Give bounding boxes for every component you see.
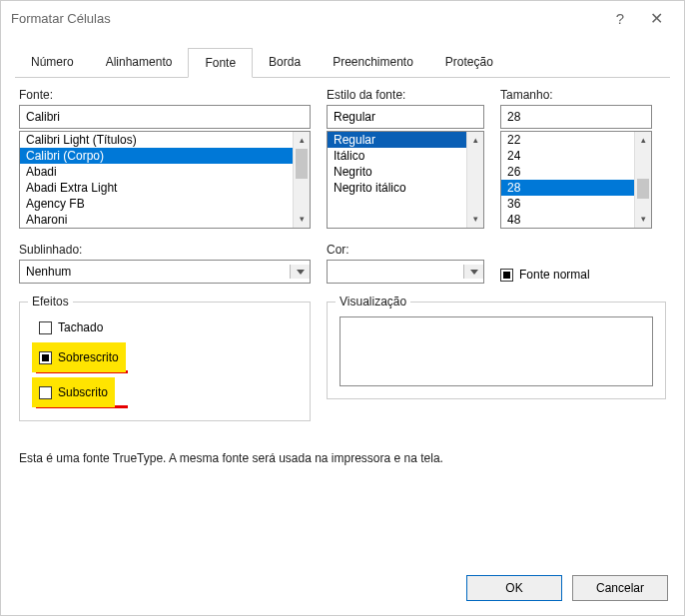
scroll-down-icon[interactable]: ▾ — [467, 211, 483, 228]
list-item[interactable]: Calibri Light (Títulos) — [20, 132, 310, 148]
list-item[interactable]: 26 — [501, 164, 651, 180]
style-label: Estilo da fonte: — [327, 88, 484, 102]
scroll-down-icon[interactable]: ▾ — [294, 211, 310, 228]
scroll-up-icon[interactable]: ▴ — [635, 132, 651, 149]
superscript-label: Sobrescrito — [58, 350, 119, 364]
list-item[interactable]: Calibri (Corpo) — [20, 148, 310, 164]
chevron-down-icon[interactable] — [290, 265, 310, 279]
preview-group: Visualização — [327, 302, 666, 399]
list-item[interactable]: 22 — [501, 132, 651, 148]
underline-label: Sublinhado: — [19, 243, 311, 257]
list-item[interactable]: 36 — [501, 196, 651, 212]
superscript-checkbox[interactable]: Sobrescrito — [36, 348, 122, 366]
list-item[interactable]: Regular — [328, 132, 483, 148]
list-item[interactable]: Aharoni — [20, 212, 310, 228]
scrollbar[interactable]: ▴ ▾ — [293, 132, 310, 228]
normal-font-checkbox[interactable]: Fonte normal — [500, 268, 590, 282]
scroll-thumb[interactable] — [296, 149, 308, 179]
font-listbox[interactable]: Calibri Light (Títulos) Calibri (Corpo) … — [19, 131, 311, 229]
window-title: Formatar Células — [11, 11, 602, 26]
underline-combo[interactable]: Nenhum — [19, 260, 311, 284]
tab-border[interactable]: Borda — [253, 48, 317, 78]
close-icon[interactable]: ✕ — [638, 9, 674, 28]
ok-button[interactable]: OK — [466, 575, 562, 601]
style-input[interactable] — [327, 105, 484, 129]
preview-legend: Visualização — [336, 295, 410, 308]
normal-font-label: Fonte normal — [519, 268, 590, 282]
scroll-up-icon[interactable]: ▴ — [467, 132, 483, 149]
list-item[interactable]: 48 — [501, 212, 651, 228]
scroll-down-icon[interactable]: ▾ — [635, 211, 651, 228]
tab-fill[interactable]: Preenchimento — [317, 48, 429, 78]
font-label: Fonte: — [19, 88, 311, 102]
dialog-buttons: OK Cancelar — [466, 575, 668, 601]
font-panel: Fonte: Calibri Light (Títulos) Calibri (… — [1, 78, 684, 421]
style-listbox[interactable]: Regular Itálico Negrito Negrito itálico … — [327, 131, 484, 229]
format-cells-dialog: Formatar Células ? ✕ Número Alinhamento … — [0, 0, 685, 616]
tab-number[interactable]: Número — [15, 48, 90, 78]
list-item[interactable]: Abadi — [20, 164, 310, 180]
tab-font[interactable]: Fonte — [188, 48, 253, 78]
list-item[interactable]: Negrito itálico — [328, 180, 483, 196]
list-item[interactable]: Negrito — [328, 164, 483, 180]
help-icon[interactable]: ? — [602, 10, 638, 27]
preview-box — [340, 316, 653, 386]
list-item[interactable]: 24 — [501, 148, 651, 164]
list-item[interactable]: Agency FB — [20, 196, 310, 212]
list-item[interactable]: Itálico — [328, 148, 483, 164]
strikethrough-label: Tachado — [58, 320, 103, 334]
effects-legend: Efeitos — [28, 295, 73, 308]
tab-strip: Número Alinhamento Fonte Borda Preenchim… — [15, 47, 670, 78]
scroll-up-icon[interactable]: ▴ — [294, 132, 310, 149]
cancel-button[interactable]: Cancelar — [572, 575, 668, 601]
size-label: Tamanho: — [500, 88, 652, 102]
size-listbox[interactable]: 22 24 26 28 36 48 ▴ ▾ — [500, 131, 652, 229]
underline-value: Nenhum — [26, 265, 71, 279]
scroll-thumb[interactable] — [637, 179, 649, 199]
strikethrough-checkbox[interactable]: Tachado — [36, 318, 294, 336]
truetype-note: Esta é uma fonte TrueType. A mesma fonte… — [19, 451, 666, 465]
size-input[interactable] — [500, 105, 652, 129]
list-item[interactable]: Abadi Extra Light — [20, 180, 310, 196]
scrollbar[interactable]: ▴ ▾ — [634, 132, 651, 228]
titlebar: Formatar Células ? ✕ — [1, 1, 684, 35]
color-combo[interactable] — [327, 260, 484, 284]
color-label: Cor: — [327, 243, 484, 257]
subscript-label: Subscrito — [58, 385, 108, 399]
effects-group: Efeitos Tachado Sobrescrito — [19, 302, 311, 421]
font-input[interactable] — [19, 105, 311, 129]
tab-alignment[interactable]: Alinhamento — [90, 48, 189, 78]
list-item[interactable]: 28 — [501, 180, 651, 196]
scrollbar[interactable]: ▴ ▾ — [466, 132, 483, 228]
chevron-down-icon[interactable] — [463, 265, 483, 279]
tab-protection[interactable]: Proteção — [429, 48, 509, 78]
subscript-checkbox[interactable]: Subscrito — [36, 383, 111, 401]
